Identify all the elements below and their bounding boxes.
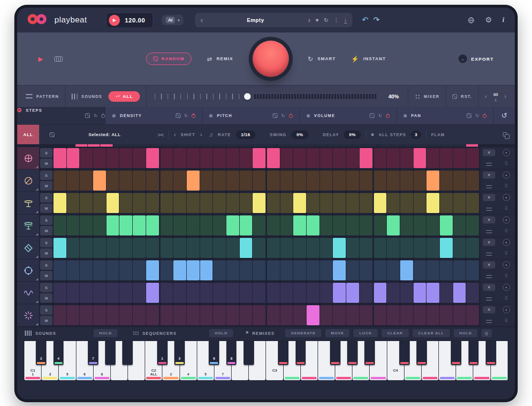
step-cell[interactable] — [187, 305, 200, 325]
solo-button[interactable]: S — [40, 238, 53, 247]
track-choke-button[interactable] — [503, 239, 510, 246]
step-cell[interactable] — [400, 171, 413, 191]
step-cell[interactable] — [93, 283, 106, 303]
step-cell[interactable] — [93, 171, 106, 191]
step-cell[interactable] — [346, 305, 359, 325]
step-cell[interactable] — [240, 305, 253, 325]
step-cell[interactable] — [414, 148, 426, 168]
dice-icon[interactable] — [176, 113, 181, 118]
step-cell[interactable] — [106, 171, 119, 191]
step-cell[interactable] — [387, 171, 400, 191]
track-clear-button[interactable]: × — [483, 171, 495, 179]
black-key[interactable]: 7 — [88, 341, 98, 365]
black-key[interactable] — [451, 341, 461, 365]
step-cell[interactable] — [146, 305, 159, 325]
step-cell[interactable] — [253, 238, 266, 258]
power-icon[interactable] — [289, 114, 293, 118]
step-cell[interactable] — [320, 171, 333, 191]
step-cell[interactable] — [173, 171, 186, 191]
step-cell[interactable] — [187, 283, 200, 303]
lock-button[interactable]: LOCK — [353, 329, 378, 337]
loop-icon[interactable]: ↻ — [281, 113, 285, 118]
step-cell[interactable] — [253, 193, 266, 213]
step-cell[interactable] — [173, 148, 186, 168]
black-key[interactable] — [347, 341, 358, 365]
step-cell[interactable] — [453, 305, 466, 325]
step-cell[interactable] — [280, 305, 293, 325]
step-cell[interactable] — [320, 283, 333, 303]
step-cell[interactable] — [133, 215, 146, 235]
step-cell[interactable] — [360, 305, 372, 325]
track-icon-snare-drum[interactable] — [17, 170, 39, 192]
preset-name[interactable]: Empty — [208, 17, 303, 23]
quantize-button[interactable]: Q — [481, 329, 491, 337]
step-cell[interactable] — [240, 171, 253, 191]
ai-menu-button[interactable]: AI ▾ — [162, 15, 183, 25]
export-button[interactable]: → EXPORT — [458, 54, 494, 63]
step-cell[interactable] — [119, 260, 132, 280]
black-key[interactable] — [330, 341, 340, 365]
step-cell[interactable] — [333, 171, 346, 191]
track-clear-button[interactable]: × — [483, 306, 495, 313]
step-cell[interactable] — [240, 238, 253, 258]
step-cell[interactable] — [226, 238, 239, 258]
track-clear-button[interactable]: × — [483, 149, 495, 156]
step-cell[interactable] — [67, 193, 80, 213]
step-cell[interactable] — [53, 260, 66, 280]
step-cell[interactable] — [280, 283, 293, 303]
step-cell[interactable] — [160, 215, 173, 235]
step-cell[interactable] — [360, 283, 372, 303]
track-choke-button[interactable] — [503, 261, 510, 268]
remixes-hold-button[interactable]: HOLD — [454, 329, 478, 337]
step-cell[interactable] — [400, 238, 413, 258]
step-cell[interactable] — [440, 305, 453, 325]
step-cell[interactable] — [453, 215, 466, 235]
track-drag-handle[interactable]: ⠿ — [504, 273, 508, 278]
step-cell[interactable] — [67, 148, 80, 168]
step-cell[interactable] — [426, 305, 439, 325]
step-cell[interactable] — [240, 283, 253, 303]
shift-left-button[interactable]: ‹ — [174, 131, 176, 138]
sounds-tab[interactable]: SOUNDS — [72, 94, 102, 99]
step-cell[interactable] — [200, 283, 213, 303]
tab-density[interactable]: DENSITY ↻ — [106, 107, 202, 124]
swing-value[interactable]: 0% — [291, 130, 309, 139]
delay-value[interactable]: 0% — [344, 130, 361, 139]
step-cell[interactable] — [320, 193, 333, 213]
step-cell[interactable] — [387, 238, 400, 258]
step-cell[interactable] — [387, 305, 400, 325]
step-cell[interactable] — [307, 283, 319, 303]
reset-button[interactable]: RST. — [452, 94, 472, 99]
black-key[interactable] — [468, 341, 479, 365]
step-cell[interactable] — [374, 238, 387, 258]
step-cell[interactable] — [346, 148, 359, 168]
mute-button[interactable]: M — [40, 271, 53, 280]
solo-button[interactable]: S — [40, 193, 53, 203]
black-key[interactable] — [244, 341, 254, 365]
step-cell[interactable] — [360, 260, 372, 280]
step-cell[interactable] — [400, 148, 413, 168]
step-cell[interactable] — [200, 215, 213, 235]
step-cell[interactable] — [267, 260, 280, 280]
step-cell[interactable] — [160, 238, 173, 258]
black-key[interactable] — [296, 341, 306, 365]
step-cell[interactable] — [173, 260, 186, 280]
mute-button[interactable]: M — [40, 203, 53, 213]
random-button[interactable]: RANDOM — [146, 53, 192, 65]
step-cell[interactable] — [119, 148, 132, 168]
loop-icon[interactable]: ↻ — [475, 113, 479, 118]
step-cell[interactable] — [414, 215, 426, 235]
step-cell[interactable] — [160, 193, 173, 213]
step-cell[interactable] — [93, 215, 106, 235]
all-rows-button[interactable]: ALL — [17, 125, 39, 144]
step-cell[interactable] — [253, 215, 266, 235]
step-cell[interactable] — [187, 238, 200, 258]
remix-button[interactable]: ⇄ REMIX — [207, 55, 233, 63]
step-cell[interactable] — [293, 193, 306, 213]
black-key[interactable]: 3 — [174, 341, 185, 365]
step-cell[interactable] — [80, 171, 93, 191]
power-icon[interactable] — [192, 114, 195, 118]
step-cell[interactable] — [93, 193, 106, 213]
step-cell[interactable] — [146, 260, 159, 280]
step-cell[interactable] — [320, 305, 333, 325]
